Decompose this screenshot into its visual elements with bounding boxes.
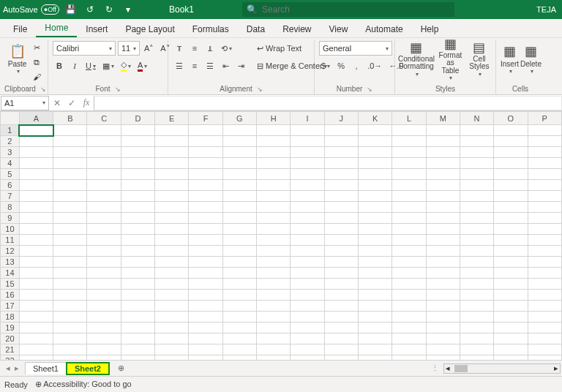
sheet-table[interactable]: ABCDEFGHIJKLMNOP123456789101112131415161…: [0, 111, 562, 360]
col-header[interactable]: O: [494, 112, 528, 125]
cell[interactable]: [358, 213, 391, 224]
cell[interactable]: [155, 279, 189, 290]
cell[interactable]: [257, 136, 291, 147]
cell[interactable]: [324, 158, 358, 169]
cell[interactable]: [494, 257, 528, 268]
col-header[interactable]: L: [392, 112, 426, 125]
cell[interactable]: [121, 344, 154, 355]
cell[interactable]: [87, 333, 121, 344]
cell[interactable]: [291, 147, 324, 158]
font-launcher-icon[interactable]: ↘: [115, 86, 121, 93]
cell[interactable]: [87, 257, 121, 268]
cell[interactable]: [426, 213, 460, 224]
row-header[interactable]: 17: [1, 301, 20, 312]
row-header[interactable]: 18: [1, 312, 20, 323]
cell[interactable]: [19, 246, 53, 257]
cell[interactable]: [121, 224, 154, 235]
fx-icon[interactable]: fx: [79, 97, 94, 108]
user-name[interactable]: TEJA: [536, 5, 559, 14]
cell[interactable]: [426, 312, 460, 323]
accounting-format-button[interactable]: $: [319, 59, 332, 73]
cell[interactable]: [358, 312, 391, 323]
cell[interactable]: [155, 301, 189, 312]
row-header[interactable]: 3: [1, 147, 20, 158]
cell[interactable]: [19, 301, 53, 312]
cell[interactable]: [222, 202, 256, 213]
cell[interactable]: [392, 224, 426, 235]
tab-insert[interactable]: Insert: [77, 21, 116, 37]
cell[interactable]: [222, 158, 256, 169]
cell[interactable]: [291, 158, 324, 169]
cell[interactable]: [222, 224, 256, 235]
row-header[interactable]: 6: [1, 180, 20, 191]
cell[interactable]: [257, 125, 291, 136]
sheet-nav-next-icon[interactable]: ▸: [15, 363, 19, 373]
sheet-nav[interactable]: ◂▸: [0, 363, 25, 373]
cell[interactable]: [189, 180, 222, 191]
cell[interactable]: [155, 180, 189, 191]
cell[interactable]: [257, 323, 291, 333]
tab-review[interactable]: Review: [274, 21, 320, 37]
cell[interactable]: [189, 125, 222, 136]
cell[interactable]: [19, 125, 53, 136]
cell[interactable]: [155, 246, 189, 257]
cell[interactable]: [155, 158, 189, 169]
cell[interactable]: [291, 125, 324, 136]
cell[interactable]: [426, 180, 460, 191]
cell[interactable]: [291, 290, 324, 301]
italic-button[interactable]: I: [68, 59, 81, 73]
cell[interactable]: [19, 323, 53, 333]
increase-font-icon[interactable]: A˄: [142, 41, 156, 56]
format-as-table-button[interactable]: ▦Format as Table: [436, 41, 465, 78]
cell[interactable]: [222, 136, 256, 147]
decrease-indent-icon[interactable]: ⇤: [219, 59, 232, 73]
cell[interactable]: [460, 235, 493, 246]
cell[interactable]: [19, 158, 53, 169]
cell[interactable]: [528, 136, 561, 147]
cell[interactable]: [19, 224, 53, 235]
tab-pagelayout[interactable]: Page Layout: [116, 21, 183, 37]
cell[interactable]: [460, 279, 493, 290]
row-header[interactable]: 2: [1, 136, 20, 147]
cell[interactable]: [494, 213, 528, 224]
cell[interactable]: [494, 301, 528, 312]
cell[interactable]: [460, 246, 493, 257]
cell[interactable]: [155, 147, 189, 158]
cell[interactable]: [528, 235, 561, 246]
cell[interactable]: [494, 136, 528, 147]
cell[interactable]: [257, 147, 291, 158]
cell[interactable]: [324, 246, 358, 257]
cell[interactable]: [291, 344, 324, 355]
col-header[interactable]: B: [53, 112, 87, 125]
cell[interactable]: [53, 125, 87, 136]
orientation-button[interactable]: ⟲: [219, 41, 234, 56]
cell[interactable]: [121, 279, 154, 290]
cell[interactable]: [53, 323, 87, 333]
cell[interactable]: [426, 235, 460, 246]
cell[interactable]: [494, 290, 528, 301]
row-header[interactable]: 7: [1, 191, 20, 202]
conditional-formatting-button[interactable]: ▦Conditional Formatting: [400, 41, 433, 78]
cell[interactable]: [324, 355, 358, 361]
underline-button[interactable]: U: [83, 59, 98, 73]
hscroll-left-icon[interactable]: ◂: [446, 363, 450, 373]
cell[interactable]: [121, 202, 154, 213]
add-sheet-button[interactable]: ⊕: [114, 363, 129, 373]
cell[interactable]: [291, 136, 324, 147]
cell[interactable]: [392, 136, 426, 147]
cell[interactable]: [358, 202, 391, 213]
save-icon[interactable]: 💾: [64, 4, 78, 15]
row-header[interactable]: 21: [1, 344, 20, 355]
cell[interactable]: [222, 333, 256, 344]
cell[interactable]: [324, 268, 358, 279]
cell[interactable]: [257, 191, 291, 202]
cell[interactable]: [291, 279, 324, 290]
cell[interactable]: [53, 268, 87, 279]
cell[interactable]: [358, 169, 391, 180]
cell[interactable]: [53, 224, 87, 235]
cell[interactable]: [19, 169, 53, 180]
cell[interactable]: [87, 323, 121, 333]
cell[interactable]: [528, 202, 561, 213]
cell[interactable]: [324, 180, 358, 191]
cell[interactable]: [460, 257, 493, 268]
